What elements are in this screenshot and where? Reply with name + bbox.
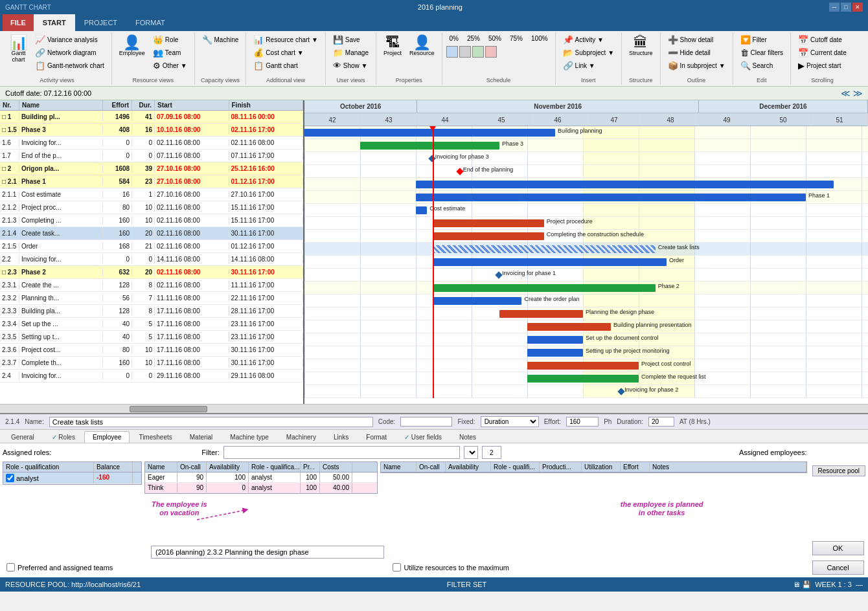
cancel-button[interactable]: Cancel	[812, 561, 864, 575]
close-button[interactable]: ✕	[852, 3, 863, 12]
activity-insert-button[interactable]: 📌 Activity ▼	[560, 34, 617, 46]
table-row[interactable]: 2.1.4 Create task... 160 20 02.11.16 08:…	[0, 227, 303, 240]
save-view-button[interactable]: 💾 Save	[330, 34, 372, 46]
nav-left[interactable]: ≪	[841, 88, 851, 98]
tab-roles[interactable]: ✓ Roles	[43, 431, 84, 443]
structure-button[interactable]: 🏛 Structure	[626, 34, 656, 58]
duration-input[interactable]	[648, 417, 674, 427]
gantt-chart-add-button[interactable]: 📋 Gantt chart	[250, 60, 321, 72]
table-row[interactable]: □ 1 Building pl... 1496 41 07.09.16 08:0…	[0, 111, 303, 124]
table-row[interactable]: 2.3.7 Complete th... 160 10 17.11.16 08:…	[0, 357, 303, 370]
cell-effort: 40	[103, 333, 132, 341]
file-tab[interactable]: FILE	[3, 14, 34, 31]
table-row[interactable]: 2.3.1 Create the ... 128 8 02.11.16 08:0…	[0, 279, 303, 292]
manage-button[interactable]: 📁 Manage	[330, 47, 372, 59]
role-button[interactable]: 👑 Role	[150, 34, 190, 46]
employee-button[interactable]: 👤 Employee	[116, 34, 148, 58]
current-date-button[interactable]: 📅 Current date	[795, 47, 850, 59]
tab-machinery[interactable]: Machinery	[278, 431, 325, 443]
role-row-1[interactable]: analyst -160	[3, 472, 141, 484]
filter-num-input[interactable]	[482, 446, 501, 459]
utilize-checkbox[interactable]	[393, 563, 401, 572]
tab-project[interactable]: PROJECT	[75, 14, 126, 31]
pct0-button[interactable]: 0%	[446, 34, 462, 43]
table-row[interactable]: 2.3.2 Planning th... 56 7 11.11.16 08:00…	[0, 292, 303, 305]
resource-button[interactable]: 👤 Resource	[406, 34, 438, 58]
table-row[interactable]: □ 2 Origon pla... 1608 39 27.10.16 08:00…	[0, 162, 303, 175]
team-button[interactable]: 👥 Team	[150, 47, 190, 59]
table-row[interactable]: 2.4 Invoicing for... 0 0 29.11.16 08:00 …	[0, 370, 303, 383]
table-row[interactable]: □ 2.1 Phase 1 584 23 27.10.16 08:00 01.1…	[0, 175, 303, 188]
cell-start: 17.11.16 08:00	[155, 359, 229, 367]
project-start-button[interactable]: ▶ Project start	[795, 60, 850, 72]
search-button[interactable]: 🔍 Search	[737, 60, 787, 72]
tab-general[interactable]: General	[3, 431, 43, 443]
resource-chart-button[interactable]: 📊 Resource chart ▼	[250, 34, 321, 46]
in-subproject-button[interactable]: 📦 In subproject ▼	[665, 60, 729, 72]
minimize-button[interactable]: ─	[829, 3, 839, 12]
gantt-chart-button[interactable]: 📊 Ganttchart	[6, 34, 30, 65]
tab-links[interactable]: Links	[325, 431, 357, 443]
filter-button[interactable]: 🔽 Filter	[737, 34, 787, 46]
tab-notes[interactable]: Notes	[451, 431, 485, 443]
maximize-button[interactable]: □	[841, 3, 851, 12]
table-row[interactable]: □ 2.3 Phase 2 632 20 02.11.16 08:00 30.1…	[0, 266, 303, 279]
filter-input[interactable]	[223, 446, 460, 459]
variance-analysis-button[interactable]: 📈 Variance analysis	[32, 34, 108, 46]
other-button[interactable]: ⚙ Other ▼	[150, 60, 190, 72]
tab-user-fields[interactable]: ✓ User fields	[396, 431, 450, 443]
table-row[interactable]: 2.2 Invoicing for... 0 0 14.11.16 08:00 …	[0, 253, 303, 266]
tab-material[interactable]: Material	[181, 431, 222, 443]
table-row[interactable]: 2.3.6 Project cost... 80 10 17.11.16 08:…	[0, 344, 303, 357]
table-row[interactable]: 2.3.3 Building pla... 128 8 17.11.16 08:…	[0, 305, 303, 318]
pct25-button[interactable]: 25%	[464, 34, 483, 43]
nav-right[interactable]: ≫	[853, 88, 863, 98]
table-row[interactable]: 2.3.4 Set up the ... 40 5 17.11.16 08:00…	[0, 318, 303, 331]
task-name-input[interactable]	[49, 417, 373, 427]
table-row[interactable]: 2.1.3 Completing ... 160 10 02.11.16 08:…	[0, 214, 303, 227]
cutoff-date-button[interactable]: 📅 Cutoff date	[795, 34, 850, 46]
code-input[interactable]	[400, 417, 452, 427]
cand-row-1[interactable]: Eager 90 100 analyst 100 50.00	[145, 472, 377, 483]
table-row[interactable]: 1.7 End of the p... 0 0 07.11.16 08:00 0…	[0, 150, 303, 162]
resource-pool-button[interactable]: Resource pool	[812, 465, 865, 476]
bar-label: Cost estimate	[429, 205, 465, 212]
table-row[interactable]: 1.6 Invoicing for... 0 0 02.11.16 08:00 …	[0, 137, 303, 150]
role-checkbox[interactable]	[6, 474, 14, 482]
table-row[interactable]: 2.1.1 Cost estimate 16 1 27.10.16 08:00 …	[0, 188, 303, 201]
ok-button[interactable]: OK	[812, 541, 864, 555]
fixed-select[interactable]: Duration	[481, 416, 539, 427]
gantt-network-button[interactable]: 📋 Gantt-network chart	[32, 60, 108, 72]
pct75-button[interactable]: 75%	[507, 34, 526, 43]
filter-dropdown[interactable]	[464, 446, 478, 459]
hide-detail-button[interactable]: ➖ Hide detail	[665, 47, 729, 59]
tab-format[interactable]: FORMAT	[126, 14, 174, 31]
show-detail-button[interactable]: ➕ Show detail	[665, 34, 729, 46]
tab-timesheets[interactable]: Timesheets	[130, 431, 180, 443]
table-row[interactable]: □ 1.5 Phase 3 408 16 10.10.16 08:00 02.1…	[0, 124, 303, 137]
scroll-thumb[interactable]	[130, 406, 207, 412]
table-row[interactable]: 2.1.5 Order 168 21 02.11.16 08:00 01.12.…	[0, 240, 303, 253]
show-button[interactable]: 👁 Show ▼	[330, 60, 372, 72]
table-row[interactable]: 2.3.5 Setting up t... 40 5 17.11.16 08:0…	[0, 331, 303, 344]
project-button[interactable]: 🏗 Project	[380, 34, 405, 58]
effort-input[interactable]	[566, 417, 599, 427]
network-diagram-button[interactable]: 🔗 Network diagram	[32, 47, 108, 59]
subproject-button[interactable]: 📂 Subproject ▼	[560, 47, 617, 59]
tab-format[interactable]: Format	[358, 431, 395, 443]
link-button[interactable]: 🔗 Link ▼	[560, 60, 617, 72]
cost-chart-button[interactable]: 💰 Cost chart ▼	[250, 47, 321, 59]
tab-employee[interactable]: Employee	[84, 431, 130, 443]
machine-button[interactable]: 🔧 Machine	[199, 34, 242, 46]
horizontal-scrollbar[interactable]	[0, 404, 868, 413]
pct50-button[interactable]: 50%	[485, 34, 505, 43]
table-row[interactable]: 2.1.2 Project proc... 80 10 02.11.16 08:…	[0, 201, 303, 214]
ribbon-group-user: 💾 Save 📁 Manage 👁 Show ▼ User views	[326, 32, 376, 85]
assigned-employees-panel: Name On-call Availability Role - qualifi…	[380, 461, 807, 559]
pct100-button[interactable]: 100%	[528, 34, 551, 43]
clear-filters-button[interactable]: 🗑 Clear filters	[737, 47, 787, 59]
cand-row-2[interactable]: Think 90 0 analyst 100 40.00	[145, 483, 377, 493]
tab-start[interactable]: START	[34, 14, 75, 31]
tab-machine-type[interactable]: Machine type	[222, 431, 277, 443]
preferred-teams-checkbox[interactable]	[6, 563, 15, 572]
